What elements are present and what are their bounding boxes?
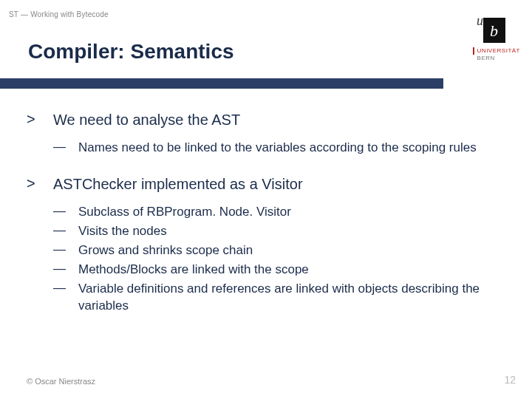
bullet-text: Names need to be linked to the variables… bbox=[78, 140, 499, 156]
bullet-text: Subclass of RBProgram. Node. Visitor bbox=[78, 204, 313, 220]
logo-b-icon: b bbox=[483, 18, 505, 43]
sub-list: — Names need to be linked to the variabl… bbox=[53, 140, 505, 156]
bullet-text: We need to analyse the AST bbox=[53, 111, 240, 129]
logo-line1: UNIVERSITÄT bbox=[473, 47, 520, 55]
title-underline-bar bbox=[0, 78, 443, 89]
bullet-marker: — bbox=[53, 242, 78, 259]
bullet-level2: — Grows and shrinks scope chain bbox=[53, 242, 505, 259]
bullet-marker: — bbox=[53, 223, 78, 239]
bullet-marker: — bbox=[53, 262, 78, 278]
bullet-text: Grows and shrinks scope chain bbox=[78, 242, 275, 259]
logo-text: UNIVERSITÄT BERN bbox=[477, 47, 520, 61]
bullet-marker: — bbox=[53, 281, 78, 313]
bullet-marker: > bbox=[27, 175, 53, 194]
bullet-text: Variable definitions and references are … bbox=[78, 281, 505, 313]
bullet-marker: — bbox=[53, 204, 78, 220]
bullet-level1: > We need to analyse the AST bbox=[27, 111, 505, 129]
bullet-marker: > bbox=[27, 111, 53, 129]
slide-title: Compiler: Semantics bbox=[28, 40, 234, 64]
header-band: ST — Working with Bytecode Compiler: Sem… bbox=[0, 0, 532, 78]
university-logo: u b UNIVERSITÄT BERN bbox=[429, 0, 532, 78]
bullet-marker: — bbox=[53, 140, 78, 156]
bullet-level2: — Variable definitions and references ar… bbox=[53, 281, 505, 313]
page-number: 12 bbox=[504, 374, 516, 386]
bullet-text: Visits the nodes bbox=[78, 223, 189, 239]
logo-u-glyph: u bbox=[477, 13, 483, 29]
bullet-text: Methods/Blocks are linked with the scope bbox=[78, 262, 331, 278]
slide: ST — Working with Bytecode Compiler: Sem… bbox=[0, 0, 532, 399]
bullet-level2: — Methods/Blocks are linked with the sco… bbox=[53, 262, 505, 278]
svg-text:b: b bbox=[490, 21, 498, 40]
bullet-level2: — Names need to be linked to the variabl… bbox=[53, 140, 505, 156]
bullet-level2: — Subclass of RBProgram. Node. Visitor bbox=[53, 204, 505, 220]
slide-content: > We need to analyse the AST — Names nee… bbox=[27, 111, 505, 333]
logo-line2: BERN bbox=[477, 55, 520, 62]
bullet-text: ASTChecker implemented as a Visitor bbox=[53, 175, 303, 194]
bullet-level1: > ASTChecker implemented as a Visitor bbox=[27, 175, 505, 194]
bullet-level2: — Visits the nodes bbox=[53, 223, 505, 239]
eyebrow-text: ST — Working with Bytecode bbox=[9, 10, 109, 18]
footer-copyright: © Oscar Nierstrasz bbox=[27, 377, 95, 386]
sub-list: — Subclass of RBProgram. Node. Visitor —… bbox=[53, 204, 505, 314]
